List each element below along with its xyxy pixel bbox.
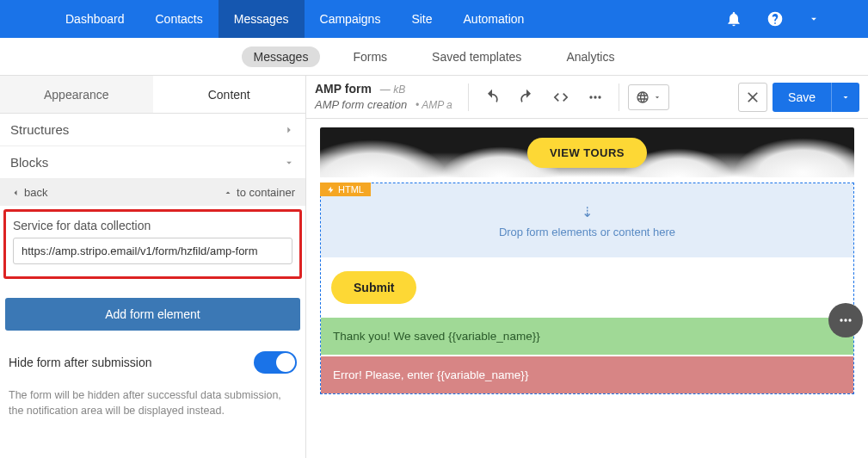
more-button[interactable] bbox=[581, 83, 610, 112]
save-button[interactable]: Save bbox=[773, 83, 831, 112]
breadcrumb-container-label: to container bbox=[237, 186, 295, 199]
hero-block[interactable]: VIEW TOURS bbox=[320, 127, 854, 177]
redo-icon bbox=[518, 89, 535, 106]
doc-title-block: AMP form — kB AMP form creation • AMP a bbox=[315, 82, 452, 112]
toolbar-divider bbox=[468, 84, 469, 111]
lightning-icon bbox=[327, 186, 335, 194]
breadcrumb: back to container bbox=[0, 179, 305, 206]
chevron-down-icon bbox=[653, 93, 662, 102]
sub-nav: Messages Forms Saved templates Analytics bbox=[0, 38, 868, 76]
doc-title: AMP form bbox=[315, 82, 372, 97]
right-panel: AMP form — kB AMP form creation • AMP a bbox=[306, 76, 868, 458]
redo-button[interactable] bbox=[512, 83, 541, 112]
section-blocks[interactable]: Blocks bbox=[0, 146, 305, 179]
section-blocks-label: Blocks bbox=[10, 155, 48, 170]
success-message[interactable]: Thank you! We saved {{variable_name}} bbox=[321, 318, 853, 355]
service-field-box: Service for data collection bbox=[3, 209, 302, 279]
breadcrumb-to-container[interactable]: to container bbox=[223, 186, 295, 199]
error-message[interactable]: Error! Please, enter {{variable_name}} bbox=[321, 356, 853, 393]
hide-form-toggle-row: Hide form after submission bbox=[0, 331, 305, 382]
nav-automation[interactable]: Automation bbox=[448, 0, 540, 38]
undo-icon bbox=[483, 89, 501, 106]
download-icon: ⇣ bbox=[329, 204, 845, 220]
tab-appearance[interactable]: Appearance bbox=[0, 76, 153, 113]
top-nav-icons bbox=[725, 10, 861, 28]
globe-icon bbox=[636, 90, 649, 104]
subnav-messages[interactable]: Messages bbox=[242, 46, 321, 67]
breadcrumb-back[interactable]: back bbox=[10, 186, 47, 199]
drop-zone-text: Drop form elements or content here bbox=[329, 226, 845, 238]
section-structures-label: Structures bbox=[10, 122, 69, 137]
service-url-input[interactable] bbox=[13, 238, 292, 264]
help-icon[interactable] bbox=[766, 10, 784, 28]
more-horizontal-icon bbox=[837, 312, 854, 329]
panel-tabs: Appearance Content bbox=[0, 76, 305, 114]
hide-form-help: The form will be hidden after successful… bbox=[0, 382, 305, 430]
doc-size: — kB bbox=[380, 84, 405, 96]
chevron-down-icon bbox=[283, 157, 295, 169]
tab-content[interactable]: Content bbox=[153, 76, 306, 113]
profile-chevron-icon[interactable] bbox=[808, 13, 820, 25]
service-field-label: Service for data collection bbox=[13, 219, 292, 232]
left-panel: Appearance Content Structures Blocks bac… bbox=[0, 76, 306, 458]
submit-button[interactable]: Submit bbox=[331, 271, 416, 304]
submit-row: Submit bbox=[321, 257, 853, 318]
chevron-down-icon bbox=[840, 92, 851, 102]
doc-amp-note: • AMP a bbox=[416, 99, 452, 111]
chevron-left-icon bbox=[10, 188, 21, 198]
top-nav: Dashboard Contacts Messages Campaigns Si… bbox=[0, 0, 868, 38]
save-dropdown[interactable] bbox=[831, 83, 859, 112]
add-form-element-button[interactable]: Add form element bbox=[5, 298, 300, 331]
save-button-group: Save bbox=[773, 83, 859, 112]
hide-form-toggle[interactable] bbox=[254, 351, 297, 374]
code-icon bbox=[552, 89, 569, 106]
floating-more-button[interactable] bbox=[828, 303, 863, 337]
chevron-right-icon bbox=[283, 124, 295, 136]
svg-point-4 bbox=[844, 319, 846, 321]
svg-point-5 bbox=[848, 319, 851, 321]
breadcrumb-back-label: back bbox=[24, 186, 47, 199]
cloud-decoration bbox=[320, 139, 449, 177]
svg-point-3 bbox=[840, 319, 842, 321]
nav-dashboard[interactable]: Dashboard bbox=[50, 0, 140, 38]
hide-form-label: Hide form after submission bbox=[9, 356, 152, 369]
toggle-knob bbox=[276, 353, 295, 372]
doc-subtitle: AMP form creation bbox=[315, 98, 407, 111]
html-badge: HTML bbox=[320, 183, 371, 196]
nav-site[interactable]: Site bbox=[396, 0, 447, 38]
editor-toolbar: AMP form — kB AMP form creation • AMP a bbox=[306, 76, 868, 119]
nav-messages[interactable]: Messages bbox=[219, 0, 305, 38]
svg-point-1 bbox=[594, 96, 596, 98]
language-selector[interactable] bbox=[628, 84, 669, 110]
code-button[interactable] bbox=[546, 83, 576, 112]
more-horizontal-icon bbox=[587, 89, 604, 106]
nav-contacts[interactable]: Contacts bbox=[140, 0, 219, 38]
view-tours-button[interactable]: VIEW TOURS bbox=[527, 138, 647, 168]
close-icon bbox=[744, 89, 761, 106]
section-structures[interactable]: Structures bbox=[0, 114, 305, 146]
bell-icon[interactable] bbox=[725, 10, 742, 28]
subnav-forms[interactable]: Forms bbox=[341, 46, 399, 67]
svg-point-0 bbox=[589, 96, 592, 98]
html-badge-label: HTML bbox=[338, 184, 364, 195]
svg-point-2 bbox=[598, 96, 600, 98]
subnav-analytics[interactable]: Analytics bbox=[554, 46, 626, 67]
top-nav-links: Dashboard Contacts Messages Campaigns Si… bbox=[50, 0, 539, 38]
close-button[interactable] bbox=[738, 83, 767, 112]
subnav-saved-templates[interactable]: Saved templates bbox=[420, 46, 533, 67]
cloud-decoration bbox=[734, 138, 854, 177]
toolbar-divider bbox=[619, 84, 619, 111]
chevron-up-icon bbox=[223, 188, 233, 198]
editor-canvas: VIEW TOURS HTML ⇣ Drop form elements or … bbox=[306, 119, 868, 458]
form-shell[interactable]: HTML ⇣ Drop form elements or content her… bbox=[320, 183, 854, 394]
drop-zone[interactable]: HTML ⇣ Drop form elements or content her… bbox=[321, 183, 853, 257]
undo-button[interactable] bbox=[477, 83, 507, 112]
nav-campaigns[interactable]: Campaigns bbox=[305, 0, 397, 38]
